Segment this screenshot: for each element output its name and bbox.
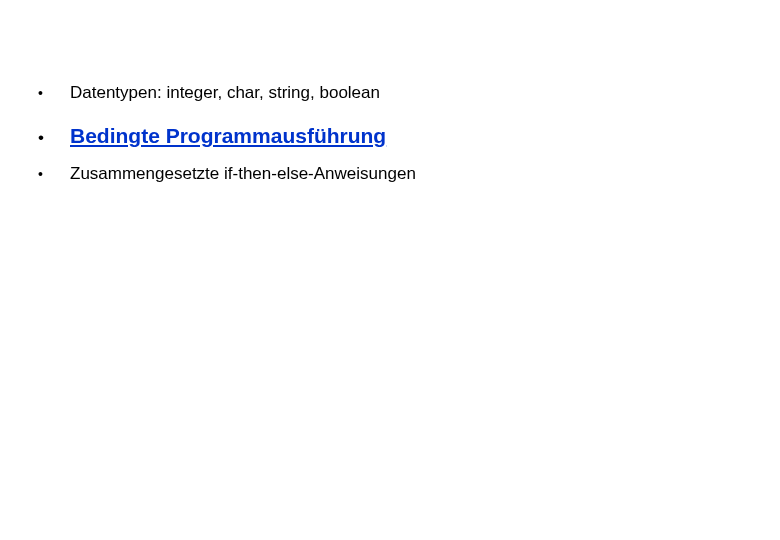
- bullet-icon: •: [30, 166, 70, 182]
- list-item: • Bedingte Programmausführung: [30, 122, 750, 149]
- bullet-icon: •: [30, 85, 70, 101]
- bullet-icon: •: [30, 128, 70, 148]
- list-item: • Datentypen: integer, char, string, boo…: [30, 82, 750, 104]
- bullet-text: Zusammengesetzte if-then-else-Anweisunge…: [70, 163, 416, 185]
- bullet-list: • Datentypen: integer, char, string, boo…: [30, 82, 750, 185]
- bullet-text-emphasized: Bedingte Programmausführung: [70, 122, 386, 149]
- bullet-text: Datentypen: integer, char, string, boole…: [70, 82, 380, 104]
- list-item: • Zusammengesetzte if-then-else-Anweisun…: [30, 163, 750, 185]
